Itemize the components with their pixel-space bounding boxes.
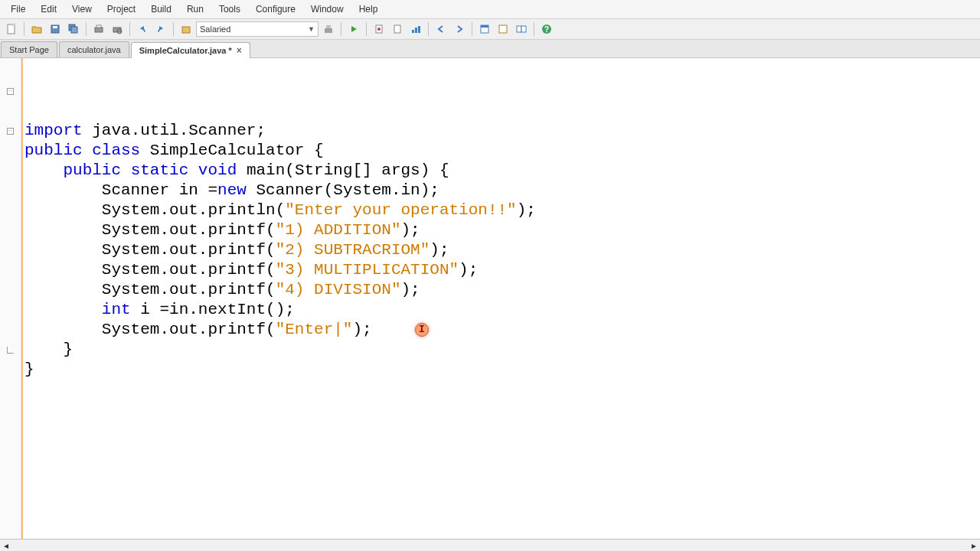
tab-simple-calculator[interactable]: SimpleCalculator.java * ×: [131, 42, 250, 58]
code-line[interactable]: System.out.printf("Enter|");I: [24, 320, 977, 340]
fold-toggle-icon[interactable]: −: [7, 88, 14, 95]
horizontal-scrollbar[interactable]: ◂ ▸: [0, 539, 980, 551]
save-icon[interactable]: [47, 21, 64, 37]
menu-tools[interactable]: Tools: [211, 2, 248, 17]
menu-run[interactable]: Run: [179, 2, 211, 17]
help-icon[interactable]: ?: [538, 21, 555, 37]
svg-rect-10: [182, 27, 190, 33]
svg-rect-12: [326, 25, 331, 28]
tab-label: Start Page: [9, 45, 49, 54]
svg-rect-1: [12, 24, 15, 27]
separator: [173, 22, 174, 36]
tab-label: SimpleCalculator.java *: [139, 46, 232, 55]
nav-back-icon[interactable]: [433, 21, 449, 37]
code-line[interactable]: }: [24, 340, 977, 360]
separator: [534, 22, 534, 36]
undo-icon[interactable]: [134, 21, 151, 37]
scroll-right-icon[interactable]: ▸: [968, 540, 980, 551]
editor-tabs: Start Page calculator.java SimpleCalcula…: [0, 40, 980, 58]
svg-rect-7: [96, 25, 101, 28]
code-line[interactable]: System.out.println("Enter your operation…: [24, 201, 977, 220]
menu-project[interactable]: Project: [100, 2, 143, 17]
editor: −− import java.util.Scanner;public class…: [0, 58, 980, 539]
separator: [366, 22, 367, 36]
chevron-down-icon: ▼: [308, 25, 315, 33]
svg-rect-17: [415, 28, 417, 33]
svg-rect-15: [394, 25, 400, 33]
open-icon[interactable]: [28, 21, 45, 37]
save-all-icon[interactable]: [65, 21, 82, 37]
menu-help[interactable]: Help: [351, 2, 386, 17]
project-dropdown-value: Salaried: [200, 24, 308, 34]
menu-configure[interactable]: Configure: [248, 2, 303, 17]
menu-edit[interactable]: Edit: [33, 2, 64, 17]
change-stripe: [21, 58, 23, 539]
close-icon[interactable]: ×: [237, 45, 242, 56]
error-marker-icon[interactable]: I: [415, 323, 429, 337]
svg-rect-11: [325, 28, 332, 33]
redo-icon[interactable]: [152, 21, 169, 37]
svg-rect-23: [521, 26, 526, 32]
code-line[interactable]: public class SimpleCalculator {: [24, 141, 977, 161]
print-icon[interactable]: [90, 21, 107, 37]
code-line[interactable]: Scanner in =new Scanner(System.in);: [24, 181, 977, 201]
window3-icon[interactable]: [513, 21, 530, 37]
nav-forward-icon[interactable]: [451, 21, 468, 37]
svg-rect-3: [53, 26, 57, 28]
svg-rect-6: [95, 28, 103, 32]
run-icon[interactable]: [345, 21, 362, 37]
code-line[interactable]: System.out.printf("3) MULTIPLICATION");: [24, 260, 977, 280]
svg-rect-20: [481, 25, 488, 28]
svg-text:?: ?: [544, 25, 549, 34]
svg-rect-18: [418, 26, 420, 33]
window-icon[interactable]: [476, 21, 493, 37]
tab-label: calculator.java: [67, 45, 121, 54]
svg-rect-16: [412, 30, 414, 33]
tab-start-page[interactable]: Start Page: [1, 41, 57, 57]
fold-end-icon: [7, 347, 14, 354]
separator: [129, 22, 130, 36]
separator: [24, 22, 24, 36]
menubar: File Edit View Project Build Run Tools C…: [0, 0, 980, 19]
separator: [428, 22, 429, 36]
code-line[interactable]: System.out.printf("2) SUBTRACRIOM");: [24, 240, 977, 260]
attach-debug-icon[interactable]: [389, 21, 406, 37]
code-line[interactable]: import java.util.Scanner;: [24, 121, 977, 141]
new-file-icon[interactable]: [3, 21, 20, 37]
separator: [86, 22, 87, 36]
debug-icon[interactable]: [371, 21, 387, 37]
window2-icon[interactable]: [495, 21, 511, 37]
separator: [341, 22, 341, 36]
fold-toggle-icon[interactable]: −: [7, 128, 14, 135]
svg-point-14: [377, 28, 381, 31]
separator: [472, 22, 472, 36]
code-line[interactable]: public static void main(String[] args) {: [24, 161, 977, 181]
svg-rect-22: [517, 26, 521, 32]
menu-file[interactable]: File: [3, 2, 33, 17]
tab-calculator[interactable]: calculator.java: [59, 41, 129, 57]
code-line[interactable]: System.out.printf("4) DIVISION");: [24, 280, 977, 300]
svg-rect-5: [71, 27, 77, 33]
code-line[interactable]: }: [24, 360, 977, 380]
code-area[interactable]: import java.util.Scanner;public class Si…: [21, 58, 980, 539]
set-project-icon[interactable]: [178, 21, 194, 37]
print-preview-icon[interactable]: [109, 21, 126, 37]
code-line[interactable]: int i =in.nextInt();: [24, 300, 977, 320]
code-line[interactable]: System.out.printf("1) ADDITION");: [24, 220, 977, 240]
toolbar: Salaried ▼ ?: [0, 19, 980, 40]
menu-window[interactable]: Window: [303, 2, 351, 17]
gutter: −−: [0, 58, 21, 539]
project-dropdown[interactable]: Salaried ▼: [196, 21, 318, 37]
svg-rect-21: [499, 25, 507, 33]
scroll-left-icon[interactable]: ◂: [0, 540, 12, 551]
menu-view[interactable]: View: [64, 2, 100, 17]
menu-build[interactable]: Build: [143, 2, 179, 17]
profile-icon[interactable]: [407, 21, 424, 37]
build-project-icon[interactable]: [320, 21, 337, 37]
